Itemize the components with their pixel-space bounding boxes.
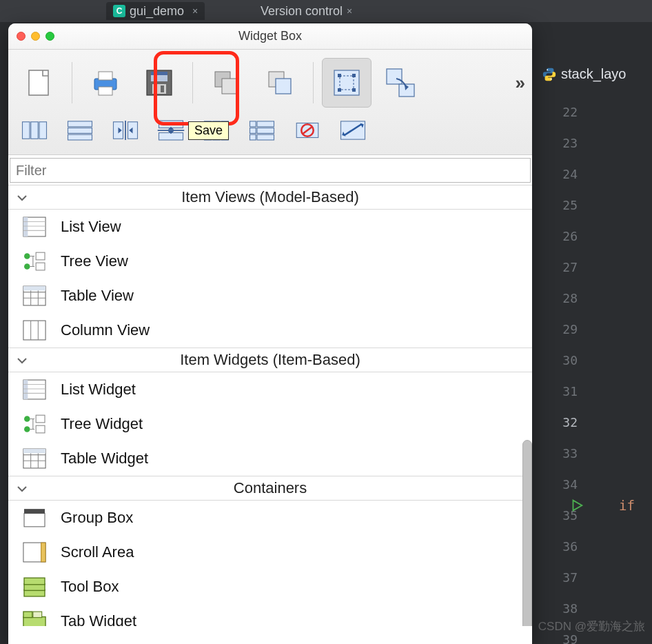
svg-rect-28	[68, 134, 92, 140]
widget-item-label: Column View	[61, 321, 150, 339]
widget-item-label: List Widget	[61, 381, 136, 399]
widget-item[interactable]: Column View	[8, 313, 532, 348]
section-header[interactable]: Item Widgets (Item-Based)	[8, 348, 532, 372]
line-number: 31	[535, 376, 590, 407]
ide-tab-label: Version control	[261, 4, 343, 19]
run-gutter-icon[interactable]	[569, 498, 584, 516]
widget-item[interactable]: Tool Box	[8, 570, 532, 604]
line-number: 25	[535, 190, 590, 221]
code-keyword-if: if	[619, 498, 635, 513]
list-view-icon	[22, 217, 47, 237]
window-titlebar[interactable]: Widget Box	[8, 23, 532, 50]
line-number: 27	[535, 252, 590, 283]
widget-item-label: List View	[61, 218, 121, 236]
widget-item-label: Table Widget	[61, 450, 148, 467]
adjust-size-button[interactable]	[332, 113, 374, 148]
widget-item[interactable]: Tree Widget	[8, 407, 532, 441]
list-view-icon	[22, 379, 47, 400]
tool-box-icon	[22, 576, 47, 597]
save-button[interactable]	[134, 58, 184, 108]
section-header[interactable]: Containers	[8, 476, 532, 501]
ide-tab-label: gui_demo	[130, 4, 184, 19]
watermark: CSDN @爱勤海之旅	[538, 618, 645, 634]
svg-rect-5	[99, 87, 112, 95]
layout-form-button[interactable]	[241, 113, 283, 148]
widget-item[interactable]: Group Box	[8, 501, 532, 535]
widget-item[interactable]: Tree View	[8, 244, 532, 279]
tree-view-icon	[22, 414, 47, 434]
ide-tab-version-control[interactable]: Version control ×	[254, 2, 359, 20]
close-icon[interactable]: ×	[192, 6, 198, 17]
layout-h-splitter-button[interactable]	[105, 113, 146, 148]
widget-item-label: Tree Widget	[61, 415, 143, 433]
layout-horizontal-button[interactable]	[14, 113, 55, 148]
widget-list[interactable]: Item Views (Model-Based)List ViewTree Vi…	[8, 185, 532, 626]
table-view-icon	[22, 448, 47, 469]
toolbar-overflow-button[interactable]: »	[516, 72, 522, 94]
svg-rect-47	[257, 128, 274, 134]
main-toolbar: »	[8, 50, 532, 155]
undo-send-back-button[interactable]	[201, 58, 251, 108]
svg-rect-27	[68, 128, 92, 134]
minimize-window-button[interactable]	[31, 32, 40, 41]
chevron-down-icon	[17, 356, 28, 365]
table-view-icon	[22, 285, 47, 306]
new-file-button[interactable]	[14, 58, 63, 108]
widget-item-label: Tree View	[61, 252, 128, 270]
save-tooltip: Save	[188, 121, 229, 140]
group-box-icon	[22, 507, 47, 528]
svg-rect-23	[23, 122, 30, 139]
editor-file-tab[interactable]: stack_layo	[542, 66, 626, 82]
ide-tab-gui-demo[interactable]: C gui_demo ×	[106, 2, 205, 20]
widget-item[interactable]: Scroll Area	[8, 535, 532, 570]
widget-item[interactable]: List View	[8, 210, 532, 244]
redo-bring-front-button[interactable]	[255, 58, 305, 108]
layout-v-splitter-button[interactable]	[150, 113, 192, 148]
svg-rect-24	[31, 122, 39, 139]
scrollbar-thumb[interactable]	[522, 440, 532, 626]
svg-rect-4	[99, 72, 112, 80]
widget-item[interactable]: Tab Widget	[8, 604, 532, 626]
break-layout-button[interactable]	[287, 113, 328, 148]
widget-item-label: Table View	[61, 287, 134, 305]
svg-rect-20	[352, 88, 356, 92]
line-number: 26	[535, 221, 590, 252]
widget-item-label: Tab Widget	[61, 612, 136, 626]
line-number-gutter: 222324252627282930313233343536373839	[535, 97, 590, 644]
widget-item[interactable]: Table Widget	[8, 441, 532, 476]
svg-rect-2	[29, 70, 48, 95]
svg-rect-48	[250, 134, 256, 140]
close-window-button[interactable]	[17, 32, 26, 41]
svg-rect-21	[387, 69, 402, 84]
widget-item-label: Group Box	[61, 509, 133, 527]
python-file-icon	[542, 67, 557, 82]
window-traffic-lights	[17, 32, 54, 41]
edit-widgets-mode-button[interactable]	[322, 58, 371, 108]
edit-signals-slots-button[interactable]	[376, 58, 425, 108]
widget-item[interactable]: List Widget	[8, 372, 532, 407]
column-view-icon	[22, 320, 47, 341]
line-number: 28	[535, 283, 590, 314]
svg-rect-14	[276, 79, 291, 94]
line-number: 30	[535, 345, 590, 376]
svg-rect-8	[151, 72, 167, 75]
line-number: 36	[535, 531, 590, 562]
svg-rect-46	[250, 128, 256, 134]
line-number: 24	[535, 159, 590, 190]
layout-vertical-button[interactable]	[59, 113, 101, 148]
widget-item[interactable]: Table View	[8, 279, 532, 313]
filter-input[interactable]	[10, 158, 531, 183]
section-header[interactable]: Item Views (Model-Based)	[8, 185, 532, 210]
line-number: 22	[535, 97, 590, 128]
line-number: 23	[535, 128, 590, 159]
print-button[interactable]	[81, 58, 130, 108]
close-icon[interactable]: ×	[347, 6, 352, 17]
svg-rect-18	[352, 74, 356, 77]
zoom-window-button[interactable]	[45, 32, 54, 41]
pycharm-project-icon: C	[113, 5, 125, 17]
window-title: Widget Box	[238, 29, 302, 43]
svg-rect-10	[161, 85, 164, 92]
widget-item-label: Tool Box	[61, 578, 119, 596]
line-number: 33	[535, 438, 590, 469]
widget-box-window: Widget Box	[8, 23, 532, 644]
